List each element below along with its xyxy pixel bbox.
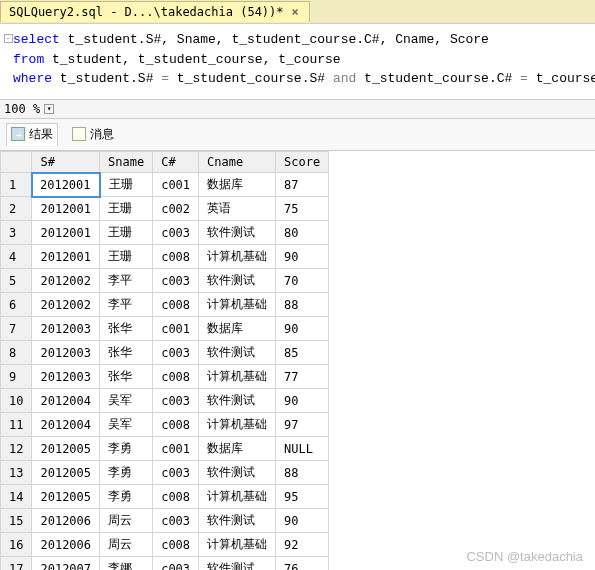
cell[interactable]: 2012003 (32, 365, 100, 389)
row-number[interactable]: 7 (1, 317, 32, 341)
cell[interactable]: c008 (153, 365, 199, 389)
cell[interactable]: 2012003 (32, 341, 100, 365)
row-number[interactable]: 9 (1, 365, 32, 389)
tab-messages[interactable]: 消息 (68, 124, 118, 145)
cell[interactable]: c002 (153, 197, 199, 221)
cell[interactable]: c008 (153, 293, 199, 317)
cell[interactable]: 计算机基础 (199, 533, 276, 557)
cell[interactable]: 李勇 (100, 485, 153, 509)
cell[interactable]: 2012005 (32, 437, 100, 461)
cell[interactable]: 李平 (100, 269, 153, 293)
code-lines[interactable]: select t_student.S#, Sname, t_student_co… (13, 30, 595, 89)
cell[interactable]: 77 (276, 365, 329, 389)
cell[interactable]: 2012005 (32, 461, 100, 485)
cell[interactable]: 软件测试 (199, 509, 276, 533)
cell[interactable]: 软件测试 (199, 557, 276, 571)
row-number[interactable]: 4 (1, 245, 32, 269)
table-row[interactable]: 132012005李勇c003软件测试88 (1, 461, 329, 485)
cell[interactable]: c003 (153, 557, 199, 571)
cell[interactable]: 数据库 (199, 173, 276, 197)
cell[interactable]: 90 (276, 317, 329, 341)
cell[interactable]: 2012004 (32, 413, 100, 437)
close-icon[interactable]: × (290, 5, 301, 19)
cell[interactable]: 88 (276, 461, 329, 485)
cell[interactable]: 张华 (100, 317, 153, 341)
table-row[interactable]: 62012002李平c008计算机基础88 (1, 293, 329, 317)
cell[interactable]: 王珊 (100, 245, 153, 269)
cell[interactable]: 2012006 (32, 533, 100, 557)
table-row[interactable]: 152012006周云c003软件测试90 (1, 509, 329, 533)
table-row[interactable]: 42012001王珊c008计算机基础90 (1, 245, 329, 269)
row-number[interactable]: 12 (1, 437, 32, 461)
zoom-dropdown-icon[interactable]: ▾ (44, 104, 54, 114)
cell[interactable]: 软件测试 (199, 461, 276, 485)
cell[interactable]: 90 (276, 509, 329, 533)
table-row[interactable]: 122012005李勇c001数据库NULL (1, 437, 329, 461)
cell[interactable]: 2012002 (32, 293, 100, 317)
tab-results[interactable]: 结果 (6, 123, 58, 146)
cell[interactable]: c001 (153, 437, 199, 461)
cell[interactable]: 90 (276, 245, 329, 269)
cell[interactable]: 2012005 (32, 485, 100, 509)
cell[interactable]: 计算机基础 (199, 245, 276, 269)
cell[interactable]: 75 (276, 197, 329, 221)
cell[interactable]: 2012001 (32, 221, 100, 245)
cell[interactable]: 2012007 (32, 557, 100, 571)
row-number[interactable]: 1 (1, 173, 32, 197)
cell[interactable]: c003 (153, 461, 199, 485)
cell[interactable]: 92 (276, 533, 329, 557)
row-number[interactable]: 2 (1, 197, 32, 221)
results-grid-wrap[interactable]: S#SnameC#CnameScore 12012001王珊c001数据库872… (0, 151, 595, 571)
column-header[interactable]: Score (276, 151, 329, 173)
cell[interactable]: c008 (153, 245, 199, 269)
table-row[interactable]: 142012005李勇c008计算机基础95 (1, 485, 329, 509)
column-header[interactable]: S# (32, 151, 100, 173)
cell[interactable]: 软件测试 (199, 269, 276, 293)
cell[interactable]: c003 (153, 341, 199, 365)
table-row[interactable]: 52012002李平c003软件测试70 (1, 269, 329, 293)
cell[interactable]: 2012001 (32, 245, 100, 269)
cell[interactable]: 2012006 (32, 509, 100, 533)
table-row[interactable]: 22012001王珊c002英语75 (1, 197, 329, 221)
row-number[interactable]: 10 (1, 389, 32, 413)
cell[interactable]: 李勇 (100, 461, 153, 485)
row-header-blank[interactable] (1, 151, 32, 173)
cell[interactable]: 王珊 (100, 221, 153, 245)
cell[interactable]: 计算机基础 (199, 413, 276, 437)
column-header[interactable]: Cname (199, 151, 276, 173)
cell[interactable]: 2012001 (32, 197, 100, 221)
cell[interactable]: 软件测试 (199, 341, 276, 365)
cell[interactable]: 张华 (100, 341, 153, 365)
cell[interactable]: 王珊 (100, 197, 153, 221)
cell[interactable]: 88 (276, 293, 329, 317)
cell[interactable]: 周云 (100, 533, 153, 557)
table-row[interactable]: 112012004吴军c008计算机基础97 (1, 413, 329, 437)
cell[interactable]: c008 (153, 413, 199, 437)
row-number[interactable]: 6 (1, 293, 32, 317)
row-number[interactable]: 11 (1, 413, 32, 437)
cell[interactable]: 张华 (100, 365, 153, 389)
cell[interactable]: c001 (153, 317, 199, 341)
row-number[interactable]: 8 (1, 341, 32, 365)
cell[interactable]: 数据库 (199, 317, 276, 341)
row-number[interactable]: 14 (1, 485, 32, 509)
cell[interactable]: 计算机基础 (199, 365, 276, 389)
cell[interactable]: 70 (276, 269, 329, 293)
row-number[interactable]: 3 (1, 221, 32, 245)
cell[interactable]: 软件测试 (199, 389, 276, 413)
cell[interactable]: 李平 (100, 293, 153, 317)
cell[interactable]: 吴军 (100, 413, 153, 437)
row-number[interactable]: 15 (1, 509, 32, 533)
table-row[interactable]: 172012007李娜c003软件测试76 (1, 557, 329, 571)
table-row[interactable]: 102012004吴军c003软件测试90 (1, 389, 329, 413)
cell[interactable]: c001 (153, 173, 199, 197)
cell[interactable]: 李勇 (100, 437, 153, 461)
cell[interactable]: 2012003 (32, 317, 100, 341)
cell[interactable]: 计算机基础 (199, 485, 276, 509)
cell[interactable]: 90 (276, 389, 329, 413)
cell[interactable]: c008 (153, 533, 199, 557)
cell[interactable]: c003 (153, 269, 199, 293)
table-row[interactable]: 92012003张华c008计算机基础77 (1, 365, 329, 389)
cell[interactable]: 76 (276, 557, 329, 571)
cell[interactable]: 王珊 (100, 173, 153, 197)
